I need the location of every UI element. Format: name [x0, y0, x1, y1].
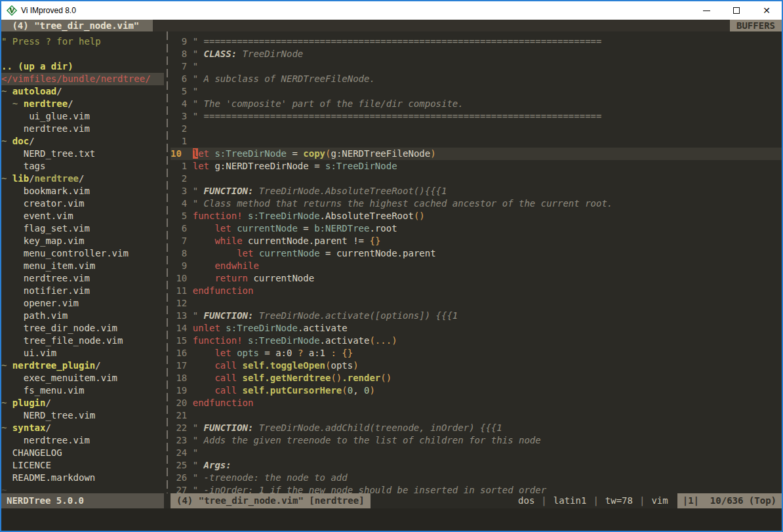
line-number: 3 — [171, 110, 187, 123]
code-line[interactable]: 26" -treenode: the node to add — [171, 472, 782, 484]
tree-row[interactable]: nerdtree.vim — [1, 434, 164, 447]
tree-row[interactable]: event.vim — [1, 210, 164, 222]
code-line[interactable]: 6" A subclass of NERDTreeFileNode. — [171, 73, 782, 85]
window-separator[interactable] — [164, 31, 171, 493]
code-line[interactable]: 20endfunction — [171, 397, 782, 409]
code-line[interactable]: 12 — [171, 297, 782, 310]
close-button[interactable]: ✕ — [752, 1, 782, 20]
tree-row[interactable]: .. (up a dir) — [1, 60, 164, 73]
tree-row[interactable]: creator.vim — [1, 197, 164, 210]
line-number: 2 — [171, 123, 187, 135]
tree-row[interactable]: fs_menu.vim — [1, 384, 164, 397]
code-line[interactable]: 3" FUNCTION: TreeDirNode.AbsoluteTreeRoo… — [171, 185, 782, 197]
tree-row[interactable]: ~ doc/ — [1, 135, 164, 148]
tree-row[interactable]: ui.vim — [1, 347, 164, 359]
status-flag: dos — [518, 495, 534, 506]
status-flag: tw=78 — [605, 495, 633, 506]
code-line[interactable]: 17 call self.toggleOpen(opts) — [171, 359, 782, 372]
tree-row[interactable]: ~ autoload/ — [1, 85, 164, 98]
code-line[interactable]: 25" Args: — [171, 459, 782, 472]
code-line-cursor[interactable]: 10let s:TreeDirNode = copy(g:NERDTreeFil… — [171, 148, 782, 160]
code-line[interactable]: 1let g:NERDTreeDirNode = s:TreeDirNode — [171, 160, 782, 173]
line-number: 12 — [171, 297, 187, 310]
code-line[interactable]: 22" FUNCTION: TreeDirNode.addChild(treen… — [171, 422, 782, 434]
status-flag: latin1 — [553, 495, 587, 506]
command-line[interactable] — [1, 508, 782, 531]
tree-row[interactable]: tags — [1, 160, 164, 173]
tree-row[interactable]: CHANGELOG — [1, 447, 164, 459]
tree-row[interactable]: menu_controller.vim — [1, 247, 164, 260]
tree-row[interactable]: flag_set.vim — [1, 222, 164, 235]
line-number: 9 — [171, 35, 187, 48]
code-line[interactable]: 15function! s:TreeDirNode.activate(...) — [171, 335, 782, 347]
cursor: l — [193, 148, 198, 159]
code-line[interactable]: 4" Class method that returns the highest… — [171, 197, 782, 210]
tree-row[interactable]: NERD_tree.vim — [1, 409, 164, 422]
line-number: 18 — [171, 372, 187, 384]
code-line[interactable]: 9 endwhile — [171, 260, 782, 272]
code-line[interactable]: 14unlet s:TreeDirNode.activate — [171, 322, 782, 335]
tree-row[interactable]: ~ syntax/ — [1, 422, 164, 434]
tree-row[interactable]: ~ — [1, 484, 164, 493]
code-line[interactable]: 23" Adds the given treenode to the list … — [171, 434, 782, 447]
code-line[interactable]: 18 call self.getNerdtree().render() — [171, 372, 782, 384]
tree-row[interactable]: nerdtree.vim — [1, 123, 164, 135]
line-number: 1 — [171, 160, 187, 173]
line-number: 1 — [171, 135, 187, 148]
tree-row[interactable]: NERD_tree.txt — [1, 148, 164, 160]
code-line[interactable]: 27" -inOrder: 1 if the new node should b… — [171, 484, 782, 493]
code-line[interactable]: 8 let currentNode = currentNode.parent — [171, 247, 782, 260]
code-line[interactable]: 7" — [171, 60, 782, 73]
tree-row[interactable]: LICENCE — [1, 459, 164, 472]
code-line[interactable]: 16 let opts = a:0 ? a:1 : {} — [171, 347, 782, 359]
code-line[interactable]: 3" =====================================… — [171, 110, 782, 123]
tree-row[interactable]: path.vim — [1, 310, 164, 322]
tree-row[interactable]: " Press ? for help — [1, 35, 164, 48]
code-line[interactable]: 5" — [171, 85, 782, 98]
code-line[interactable]: 13" FUNCTION: TreeDirNode.activate([opti… — [171, 310, 782, 322]
code-line[interactable]: 1 — [171, 135, 782, 148]
statusline-filename: (4) "tree_dir_node.vim" [nerdtree] — [171, 493, 371, 508]
code-line[interactable]: 2 — [171, 123, 782, 135]
tree-row[interactable]: README.markdown — [1, 472, 164, 484]
code-line[interactable]: 9" =====================================… — [171, 35, 782, 48]
code-line[interactable]: 21 — [171, 409, 782, 422]
tab-tree-dir-node[interactable]: (4) "tree_dir_node.vim" — [1, 20, 153, 31]
code-line[interactable]: 6 let currentNode = b:NERDTree.root — [171, 222, 782, 235]
minimize-button[interactable] — [691, 1, 721, 20]
code-line[interactable]: 10 return currentNode — [171, 272, 782, 285]
tree-row[interactable]: tree_file_node.vim — [1, 335, 164, 347]
buffers-tab[interactable]: BUFFERS — [730, 20, 782, 31]
tree-row[interactable]: ~ nerdtree/ — [1, 98, 164, 110]
tree-row[interactable]: ~ nerdtree_plugin/ — [1, 359, 164, 372]
tree-row[interactable]: nerdtree.vim — [1, 272, 164, 285]
tree-row[interactable]: exec_menuitem.vim — [1, 372, 164, 384]
tree-row[interactable] — [1, 48, 164, 60]
tree-row[interactable]: menu_item.vim — [1, 260, 164, 272]
line-number: 22 — [171, 422, 187, 434]
code-line[interactable]: 4" The 'composite' part of the file/dir … — [171, 98, 782, 110]
code-line[interactable]: 7 while currentNode.parent != {} — [171, 235, 782, 247]
tree-row[interactable]: opener.vim — [1, 297, 164, 310]
code-line[interactable]: 8" CLASS: TreeDirNode — [171, 48, 782, 60]
code-line[interactable]: 2 — [171, 173, 782, 185]
tree-row[interactable]: notifier.vim — [1, 285, 164, 297]
tree-root-row[interactable]: </vimfiles/bundle/nerdtree/ — [1, 73, 164, 85]
code-line[interactable]: 19 call self.putCursorHere(0, 0) — [171, 384, 782, 397]
code-line[interactable]: 24" — [171, 447, 782, 459]
tree-row[interactable]: bookmark.vim — [1, 185, 164, 197]
line-number: 16 — [171, 347, 187, 359]
tree-row[interactable]: key_map.vim — [1, 235, 164, 247]
tree-row[interactable]: ~ plugin/ — [1, 397, 164, 409]
line-number: 27 — [171, 484, 187, 493]
line-number: 15 — [171, 335, 187, 347]
line-number: 24 — [171, 447, 187, 459]
tree-row[interactable]: tree_dir_node.vim — [1, 322, 164, 335]
line-number: 5 — [171, 85, 187, 98]
tree-row[interactable]: ui_glue.vim — [1, 110, 164, 123]
maximize-button[interactable] — [721, 1, 752, 20]
code-line[interactable]: 11endfunction — [171, 285, 782, 297]
code-line[interactable]: 5function! s:TreeDirNode.AbsoluteTreeRoo… — [171, 210, 782, 222]
statusline-ruler: |1| 10/636 (Top) — [677, 493, 782, 508]
tree-row[interactable]: ~ lib/nerdtree/ — [1, 173, 164, 185]
